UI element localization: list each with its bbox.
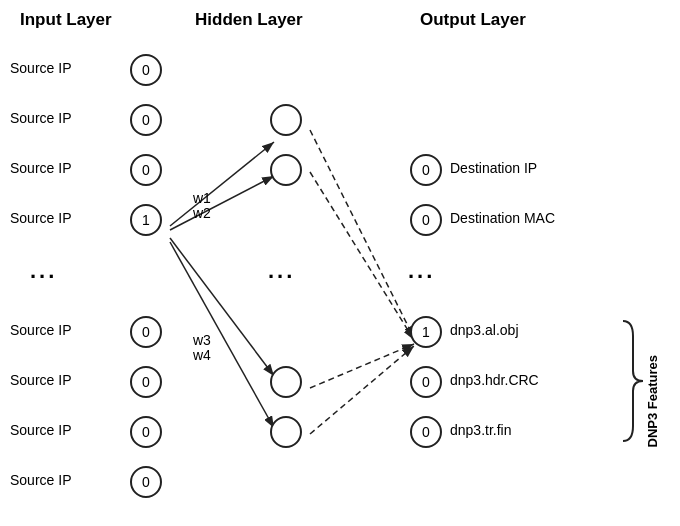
input-label-2: Source IP (10, 160, 71, 176)
svg-line-6 (310, 130, 414, 338)
input-node-2: 0 (130, 154, 162, 186)
svg-line-5 (170, 242, 274, 428)
input-label-0: Source IP (10, 60, 71, 76)
hidden-node-1 (270, 154, 302, 186)
input-label-3: Source IP (10, 210, 71, 226)
hidden-layer-header: Hidden Layer (195, 10, 303, 30)
output-dots: ... (408, 258, 435, 284)
input-node-6: 0 (130, 416, 162, 448)
weight-w4-label: w4 (193, 347, 211, 363)
hidden-node-2 (270, 366, 302, 398)
input-label-1: Source IP (10, 110, 71, 126)
input-label-5: Source IP (10, 372, 71, 388)
input-dots: ... (30, 258, 57, 284)
input-node-1: 0 (130, 104, 162, 136)
input-node-4: 0 (130, 316, 162, 348)
svg-line-9 (310, 346, 414, 434)
svg-line-7 (310, 172, 414, 340)
svg-line-2 (170, 142, 274, 226)
hidden-node-3 (270, 416, 302, 448)
input-node-0: 0 (130, 54, 162, 86)
weight-w1-label: w1 (193, 190, 211, 206)
svg-line-3 (170, 176, 274, 230)
weight-w3-label: w3 (193, 332, 211, 348)
output-label-0: Destination IP (450, 160, 537, 176)
input-layer-header: Input Layer (20, 10, 112, 30)
input-node-7: 0 (130, 466, 162, 498)
svg-line-8 (310, 344, 414, 388)
output-layer-header: Output Layer (420, 10, 526, 30)
output-node-2: 1 (410, 316, 442, 348)
svg-line-4 (170, 238, 274, 376)
input-label-7: Source IP (10, 472, 71, 488)
output-node-0: 0 (410, 154, 442, 186)
input-node-3: 1 (130, 204, 162, 236)
output-label-3: dnp3.hdr.CRC (450, 372, 539, 388)
hidden-dots: ... (268, 258, 295, 284)
hidden-node-0 (270, 104, 302, 136)
dnp3-features-label: DNP3 Features (645, 355, 660, 447)
weight-w2-label: w2 (193, 205, 211, 221)
output-node-4: 0 (410, 416, 442, 448)
input-label-6: Source IP (10, 422, 71, 438)
input-label-4: Source IP (10, 322, 71, 338)
output-node-3: 0 (410, 366, 442, 398)
output-label-1: Destination MAC (450, 210, 555, 226)
output-label-2: dnp3.al.obj (450, 322, 519, 338)
input-node-5: 0 (130, 366, 162, 398)
network-arrows (0, 0, 680, 526)
output-node-1: 0 (410, 204, 442, 236)
output-label-4: dnp3.tr.fin (450, 422, 512, 438)
